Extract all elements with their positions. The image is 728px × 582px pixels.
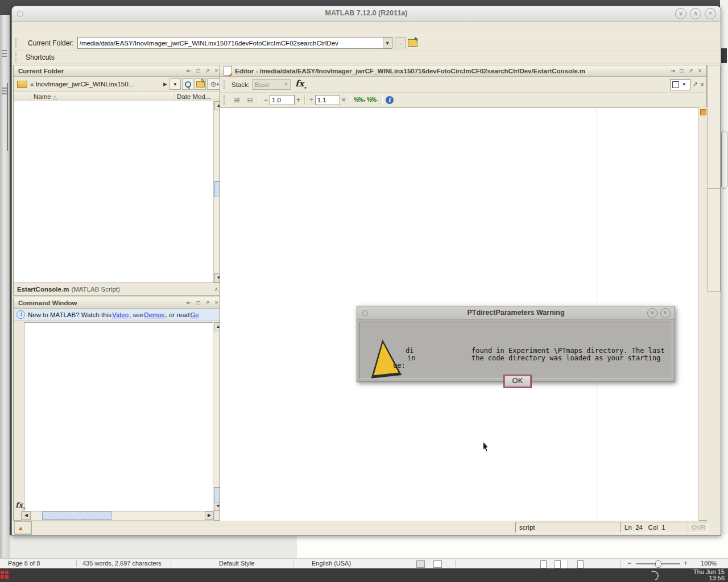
- info-icon: i: [16, 310, 25, 319]
- dialog-title: PTdirectParameters Warning: [357, 309, 675, 317]
- current-folder-header[interactable]: Current Folder ⇤ □ ↗ ×: [14, 65, 223, 77]
- minimize-icon[interactable]: ∨: [675, 8, 686, 19]
- writer-word-count[interactable]: 435 words, 2,697 characters: [82, 560, 162, 567]
- search-button[interactable]: [182, 78, 193, 90]
- maximize-panel-icon[interactable]: □: [195, 300, 201, 306]
- up-folder-button[interactable]: [195, 78, 206, 90]
- writer-page-count[interactable]: Page 8 of 8: [8, 560, 40, 567]
- app-menu-icon[interactable]: [0, 570, 10, 580]
- undock-icon[interactable]: ↗: [204, 300, 210, 306]
- address-bar: « InovImager_jwrCF_WINLinx150... ▶ ▼ ⚙: [14, 77, 223, 92]
- background-scrollbar[interactable]: [720, 0, 728, 568]
- single-page-view-icon[interactable]: [540, 560, 547, 568]
- detail-file-name: EstartConsole.m: [17, 286, 69, 293]
- command-window-header[interactable]: Command Window ⇤ □ ↗ ×: [14, 297, 223, 309]
- up-folder-icon[interactable]: [407, 38, 419, 49]
- close-panel-icon[interactable]: ×: [213, 68, 220, 74]
- getting-started-link[interactable]: Ge: [190, 311, 198, 318]
- multiply-value-button[interactable]: ×: [342, 96, 346, 104]
- close-panel-icon[interactable]: ×: [213, 300, 220, 306]
- close-icon[interactable]: ×: [705, 8, 716, 19]
- insert-cell-icon[interactable]: ⊞: [231, 94, 243, 106]
- console-hscrollbar[interactable]: ◀ ▶: [21, 511, 214, 521]
- selection-mode-icon[interactable]: [416, 560, 425, 568]
- scrollbar-thumb[interactable]: [42, 512, 111, 520]
- stack-combo[interactable]: Base▼: [252, 79, 291, 90]
- increase-value-button[interactable]: +: [296, 96, 300, 104]
- zoom-slider-thumb[interactable]: [655, 560, 661, 568]
- toolbar-grip[interactable]: [224, 80, 228, 89]
- start-button[interactable]: ▲: [15, 522, 31, 534]
- collapse-icon[interactable]: ∧: [214, 286, 218, 292]
- dialog-titlebar[interactable]: PTdirectParameters Warning ∨ ×: [357, 306, 675, 320]
- close-panel-icon[interactable]: ×: [697, 68, 703, 74]
- overwrite-status[interactable]: OVR: [688, 522, 708, 533]
- dock-icon[interactable]: ⇤: [186, 300, 192, 306]
- decrease-value-button[interactable]: −: [264, 96, 268, 104]
- message-fragment: ue:: [393, 361, 406, 369]
- tab-workspace[interactable]: [707, 188, 721, 292]
- sort-asc-icon: △: [53, 94, 57, 100]
- demos-link[interactable]: Demos: [144, 311, 164, 318]
- writer-page-style[interactable]: Default Style: [219, 560, 254, 567]
- writer-zoom-level[interactable]: 100%: [701, 560, 717, 567]
- chevron-down-icon[interactable]: ▼: [383, 38, 392, 48]
- toolbar-grip[interactable]: [224, 95, 228, 105]
- annotation-bar[interactable]: [698, 107, 707, 520]
- divide-value-button[interactable]: ÷: [309, 96, 313, 104]
- window-layout-combo[interactable]: ▼: [670, 79, 690, 90]
- editor-header[interactable]: Editor - /media/data/EASY/InovImager_jwr…: [220, 65, 706, 77]
- matlab-titlebar[interactable]: MATLAB 7.12.0 (R2011a) ∨ ∧ ×: [12, 6, 721, 22]
- scroll-left-icon[interactable]: ◀: [22, 512, 31, 520]
- maximize-panel-icon[interactable]: □: [679, 68, 685, 74]
- multi-page-view-icon[interactable]: [555, 560, 561, 568]
- uncomment-icon[interactable]: %%₋: [367, 94, 379, 106]
- file-list: [14, 101, 214, 282]
- dock-icon[interactable]: ⇤: [186, 68, 192, 74]
- multiply-step-input[interactable]: 1.1: [315, 95, 340, 105]
- message-indicator-icon[interactable]: [700, 109, 706, 115]
- dock-icon[interactable]: ⇥: [669, 68, 676, 74]
- editor-toolbar: Stack: Base▼ fx ▼ ↗ ×: [220, 77, 706, 93]
- new-to-matlab-banner: i New to MATLAB? Watch this Video, see D…: [14, 309, 223, 321]
- function-hints-icon[interactable]: fx: [295, 78, 306, 90]
- dialog-close-icon[interactable]: ×: [660, 308, 671, 318]
- current-folder-combo[interactable]: ▼: [77, 37, 392, 49]
- banner-text: , or read: [166, 311, 190, 318]
- scrollbar-thumb[interactable]: [721, 131, 727, 189]
- video-link[interactable]: Video: [112, 311, 129, 318]
- book-view-icon[interactable]: [577, 560, 584, 568]
- browse-folder-button[interactable]: ...: [395, 38, 406, 48]
- console-output[interactable]: [24, 322, 214, 512]
- tab-command-history[interactable]: [707, 65, 721, 194]
- toolbar-grip[interactable]: [15, 39, 20, 48]
- clock[interactable]: Thu Jun 15 13:56: [662, 569, 725, 581]
- zoom-out-icon[interactable]: −: [627, 559, 631, 567]
- value-step-input[interactable]: 1.0: [270, 95, 295, 105]
- function-browser-icon[interactable]: fx: [15, 501, 25, 511]
- document-modified-icon[interactable]: [433, 560, 442, 568]
- dialog-minimize-icon[interactable]: ∨: [647, 308, 657, 318]
- maximize-panel-icon[interactable]: □: [195, 68, 201, 74]
- ok-button[interactable]: OK: [503, 375, 532, 388]
- undock-icon[interactable]: ↗: [693, 81, 698, 88]
- chevron-right-icon[interactable]: ▶: [163, 81, 167, 87]
- close-icon[interactable]: ×: [700, 81, 704, 89]
- zoom-in-icon[interactable]: +: [684, 559, 688, 567]
- clock-time: 13:56: [662, 575, 725, 581]
- dialog-message-line2: the code directory was loaded as your st…: [471, 354, 660, 362]
- undock-icon[interactable]: ↗: [688, 68, 694, 74]
- maximize-icon[interactable]: ∧: [690, 8, 701, 19]
- scroll-right-icon[interactable]: ▶: [205, 512, 214, 520]
- address-path[interactable]: « InovImager_jwrCF_WINLinx150...: [30, 81, 163, 88]
- undock-icon[interactable]: ↗: [204, 68, 210, 74]
- notification-icon[interactable]: [647, 569, 660, 582]
- comment-icon[interactable]: %%₊: [354, 94, 366, 106]
- toolbar-grip[interactable]: [15, 53, 20, 62]
- current-folder-input[interactable]: [78, 40, 383, 47]
- stack-label: Stack:: [231, 81, 250, 88]
- writer-language[interactable]: English (USA): [312, 560, 351, 567]
- next-cell-icon[interactable]: ⊟: [244, 94, 256, 106]
- address-dropdown[interactable]: ▼: [169, 78, 181, 90]
- cell-info-icon[interactable]: i: [386, 96, 394, 104]
